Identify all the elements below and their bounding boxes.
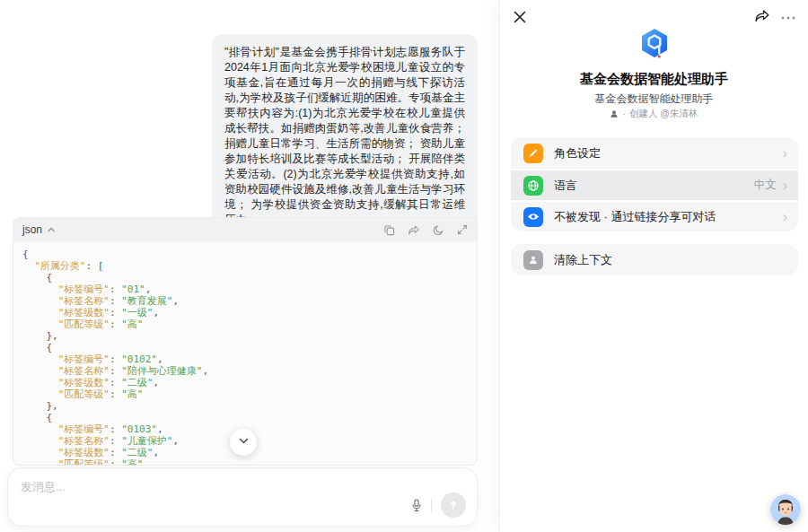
assistant-logo bbox=[637, 27, 672, 66]
expand-icon[interactable] bbox=[457, 224, 468, 235]
chevron-right-icon: › bbox=[783, 179, 787, 193]
floating-avatar[interactable] bbox=[770, 494, 801, 525]
clear-context-card: 清除上下文 bbox=[511, 244, 798, 275]
close-icon bbox=[513, 10, 527, 24]
code-toolbar bbox=[383, 224, 468, 236]
more-icon bbox=[780, 13, 796, 23]
mic-button[interactable] bbox=[411, 498, 422, 513]
menu-item-label: 不被发现 · 通过链接分享可对话 bbox=[554, 209, 716, 225]
copy-icon[interactable] bbox=[383, 224, 395, 236]
message-input[interactable] bbox=[8, 468, 477, 497]
code-language-label: json bbox=[22, 223, 42, 236]
chevron-right-icon: › bbox=[783, 210, 787, 224]
share-button[interactable] bbox=[754, 9, 770, 27]
collapse-chevron-icon[interactable] bbox=[47, 225, 56, 234]
creator-label: 创建人 @朱清林 bbox=[629, 108, 698, 120]
creator-separator: · bbox=[622, 109, 626, 119]
code-block-header: json bbox=[13, 218, 477, 241]
menu-item-role-setting[interactable]: 角色设定 › bbox=[511, 137, 798, 169]
menu-item-discoverability[interactable]: 不被发现 · 通过链接分享可对话 › bbox=[511, 200, 798, 231]
share-icon bbox=[754, 9, 770, 23]
creator-avatar-icon bbox=[610, 109, 619, 118]
theme-moon-icon[interactable] bbox=[433, 224, 444, 236]
eye-icon bbox=[523, 207, 543, 227]
menu-item-language[interactable]: 语言 中文 › bbox=[511, 169, 798, 200]
scroll-to-bottom-button[interactable] bbox=[230, 429, 257, 456]
menu-item-clear-context[interactable]: 清除上下文 bbox=[511, 244, 798, 275]
send-button[interactable] bbox=[441, 493, 466, 518]
person-icon bbox=[523, 250, 543, 270]
close-button[interactable] bbox=[513, 10, 527, 28]
globe-icon bbox=[523, 176, 543, 196]
menu-item-label: 角色设定 bbox=[554, 145, 601, 161]
arrow-up-icon bbox=[448, 500, 459, 510]
pencil-icon bbox=[523, 144, 543, 163]
chat-panel: "排骨计划"是基金会携手排骨计划志愿服务队于2024年1月面向北京光爱学校困境儿… bbox=[0, 0, 499, 532]
chevron-down-icon bbox=[238, 434, 250, 450]
assistant-info-panel: 基金会数据智能处理助手 基金会数据智能处理助手 · 创建人 @朱清林 角色设定 … bbox=[499, 0, 808, 532]
settings-menu: 角色设定 › 语言 中文 › 不被发现 · 通过链接分享可对话 › bbox=[511, 137, 798, 231]
composer-divider bbox=[431, 499, 432, 512]
assistant-title: 基金会数据智能处理助手 bbox=[500, 71, 808, 88]
assistant-subtitle: 基金会数据智能处理助手 bbox=[500, 92, 808, 107]
language-value: 中文 bbox=[754, 178, 777, 193]
chevron-right-icon: › bbox=[783, 146, 787, 161]
user-message-bubble: "排骨计划"是基金会携手排骨计划志愿服务队于2024年1月面向北京光爱学校困境儿… bbox=[212, 34, 478, 239]
more-options-button[interactable] bbox=[780, 11, 796, 27]
composer-actions bbox=[411, 493, 466, 518]
mic-icon bbox=[411, 498, 422, 513]
creator-row: · 创建人 @朱清林 bbox=[500, 108, 808, 120]
menu-item-label: 语言 bbox=[554, 178, 577, 194]
menu-item-label: 清除上下文 bbox=[554, 252, 612, 268]
forward-icon[interactable] bbox=[408, 224, 420, 236]
message-composer bbox=[7, 467, 478, 527]
